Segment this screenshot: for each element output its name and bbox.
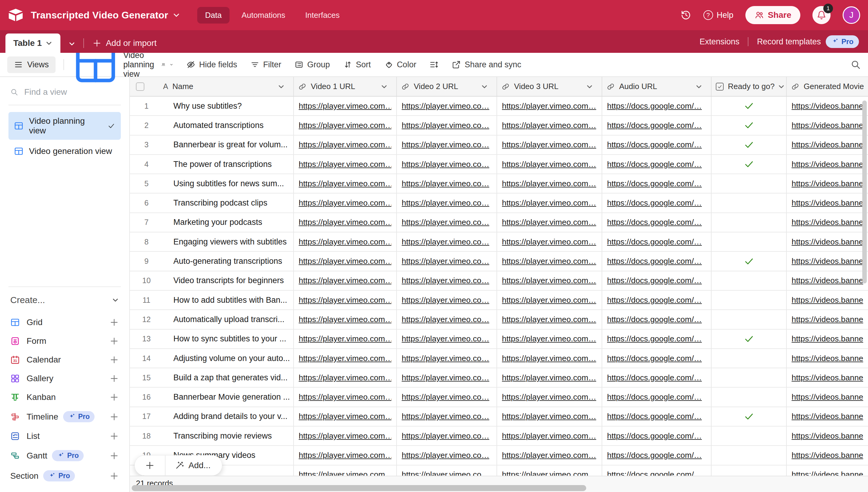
generated-movie-cell[interactable]: https://videos.banner [787, 97, 868, 115]
name-cell[interactable]: 11How to add subtitles with Ban... [130, 291, 294, 310]
generated-movie-cell[interactable]: https://videos.banner [787, 388, 868, 406]
sidebar-create-grid[interactable]: Grid [0, 313, 129, 332]
name-cell[interactable]: 18Transcribing movie reviews [130, 426, 294, 445]
add-view-plus-icon[interactable] [109, 336, 119, 346]
tab-data[interactable]: Data [197, 7, 230, 24]
video1-url-cell[interactable]: https://player.vimeo.com… [294, 174, 397, 193]
generated-movie-cell[interactable]: https://videos.banner [787, 407, 868, 426]
column-chevron-icon[interactable] [695, 83, 702, 90]
video2-url-cell[interactable]: https://player.vimeo.co… [397, 291, 497, 310]
video1-url-cell[interactable]: https://player.vimeo.com… [294, 291, 397, 310]
video1-url-cell[interactable]: https://player.vimeo.com… [294, 368, 397, 387]
add-or-import-button[interactable]: Add or import [92, 38, 156, 48]
video2-url-cell[interactable]: https://player.vimeo.co… [397, 97, 497, 115]
video1-url-cell[interactable]: https://player.vimeo.com… [294, 446, 397, 465]
name-cell[interactable]: 13How to sync subtitles to your ... [130, 329, 294, 348]
ready-to-go-cell[interactable] [712, 97, 787, 115]
sidebar-create-kanban[interactable]: Kanban [0, 388, 129, 407]
generated-movie-cell[interactable]: https://videos.banner [787, 194, 868, 212]
column-chevron-icon[interactable] [586, 83, 593, 90]
sidebar-create-timeline[interactable]: TimelinePro [0, 407, 129, 427]
hide-fields-button[interactable]: Hide fields [186, 60, 237, 69]
video3-url-cell[interactable]: https://player.vimeo.com… [497, 213, 602, 232]
generated-movie-cell[interactable]: https://videos.banner [787, 155, 868, 174]
add-with-ai-button[interactable]: Add... [166, 456, 222, 475]
table-tab-active[interactable]: Table 1 [5, 33, 61, 53]
ready-to-go-cell[interactable] [712, 136, 787, 154]
audio-url-cell[interactable]: https://docs.google.com/… [602, 310, 712, 329]
video2-url-cell[interactable]: https://player.vimeo.co… [397, 465, 497, 476]
column-chevron-icon[interactable] [381, 83, 388, 90]
ready-to-go-cell[interactable] [712, 116, 787, 134]
generated-movie-cell[interactable]: https://videos.banner [787, 426, 868, 445]
add-view-plus-icon[interactable] [109, 392, 119, 402]
sort-button[interactable]: Sort [343, 60, 371, 69]
find-view-input[interactable] [24, 87, 120, 97]
name-cell[interactable]: 12Automatically upload transcri... [130, 310, 294, 329]
views-button[interactable]: Views [7, 56, 55, 73]
video3-url-cell[interactable]: https://player.vimeo.com… [497, 465, 602, 476]
video2-url-cell[interactable]: https://player.vimeo.co… [397, 155, 497, 174]
video1-url-cell[interactable]: https://player.vimeo.com… [294, 252, 397, 270]
audio-url-cell[interactable]: https://docs.google.com/… [602, 232, 712, 251]
horizontal-scrollbar[interactable] [132, 485, 586, 491]
audio-url-cell[interactable]: https://docs.google.com/… [602, 97, 712, 115]
audio-url-cell[interactable]: https://docs.google.com/… [602, 407, 712, 426]
name-cell[interactable]: 6Transcribing podcast clips [130, 194, 294, 212]
column-header-video1-url[interactable]: Video 1 URL [294, 77, 397, 96]
name-cell[interactable]: 3Bannerbear is great for volum... [130, 136, 294, 154]
audio-url-cell[interactable]: https://docs.google.com/… [602, 426, 712, 445]
extensions-button[interactable]: Extensions [699, 37, 739, 47]
video1-url-cell[interactable]: https://player.vimeo.com… [294, 194, 397, 212]
audio-url-cell[interactable]: https://docs.google.com/… [602, 368, 712, 387]
name-cell[interactable]: 4The power of transcriptions [130, 155, 294, 174]
column-header-ready-to-go[interactable]: Ready to go? [712, 77, 787, 96]
table-list-chevron-icon[interactable] [68, 40, 75, 47]
ready-to-go-cell[interactable] [712, 194, 787, 212]
ready-to-go-cell[interactable] [712, 252, 787, 270]
name-cell[interactable]: 7Marketing your podcasts [130, 213, 294, 232]
video3-url-cell[interactable]: https://player.vimeo.com… [497, 155, 602, 174]
audio-url-cell[interactable]: https://docs.google.com/… [602, 155, 712, 174]
add-view-plus-icon[interactable] [109, 471, 119, 481]
video3-url-cell[interactable]: https://player.vimeo.com… [497, 368, 602, 387]
video2-url-cell[interactable]: https://player.vimeo.co… [397, 329, 497, 348]
video1-url-cell[interactable]: https://player.vimeo.com… [294, 155, 397, 174]
video3-url-cell[interactable]: https://player.vimeo.com… [497, 291, 602, 310]
name-cell[interactable]: 2Automated transcriptions [130, 116, 294, 134]
add-view-plus-icon[interactable] [109, 451, 119, 461]
video3-url-cell[interactable]: https://player.vimeo.com… [497, 194, 602, 212]
video2-url-cell[interactable]: https://player.vimeo.co… [397, 426, 497, 445]
video1-url-cell[interactable]: https://player.vimeo.com… [294, 465, 397, 476]
ready-to-go-cell[interactable] [712, 388, 787, 406]
video2-url-cell[interactable]: https://player.vimeo.co… [397, 407, 497, 426]
audio-url-cell[interactable]: https://docs.google.com/… [602, 116, 712, 134]
help-button[interactable]: ? Help [703, 10, 733, 20]
video3-url-cell[interactable]: https://player.vimeo.com… [497, 116, 602, 134]
base-title-chevron-icon[interactable] [172, 11, 180, 19]
generated-movie-cell[interactable]: https://videos.banner [787, 116, 868, 134]
video3-url-cell[interactable]: https://player.vimeo.com… [497, 271, 602, 290]
video2-url-cell[interactable]: https://player.vimeo.co… [397, 368, 497, 387]
name-cell[interactable]: 16Bannerbear Movie generation ... [130, 388, 294, 406]
generated-movie-cell[interactable]: https://videos.banner [787, 252, 868, 270]
ready-to-go-cell[interactable] [712, 407, 787, 426]
video3-url-cell[interactable]: https://player.vimeo.com… [497, 349, 602, 368]
filter-button[interactable]: Filter [250, 60, 281, 69]
sidebar-create-gantt[interactable]: GanttPro [0, 445, 129, 466]
group-button[interactable]: Group [294, 60, 330, 69]
column-header-video2-url[interactable]: Video 2 URL [397, 77, 497, 96]
video2-url-cell[interactable]: https://player.vimeo.co… [397, 252, 497, 270]
column-header-video3-url[interactable]: Video 3 URL [497, 77, 602, 96]
video3-url-cell[interactable]: https://player.vimeo.com… [497, 252, 602, 270]
column-chevron-icon[interactable] [778, 83, 785, 90]
audio-url-cell[interactable]: https://docs.google.com/… [602, 349, 712, 368]
audio-url-cell[interactable]: https://docs.google.com/… [602, 465, 712, 476]
name-cell[interactable]: 10Video transcripts for beginners [130, 271, 294, 290]
ready-to-go-cell[interactable] [712, 271, 787, 290]
color-button[interactable]: Color [384, 60, 416, 69]
select-all-checkbox[interactable] [136, 82, 144, 91]
ready-to-go-cell[interactable] [712, 426, 787, 445]
audio-url-cell[interactable]: https://docs.google.com/… [602, 213, 712, 232]
video1-url-cell[interactable]: https://player.vimeo.com… [294, 388, 397, 406]
